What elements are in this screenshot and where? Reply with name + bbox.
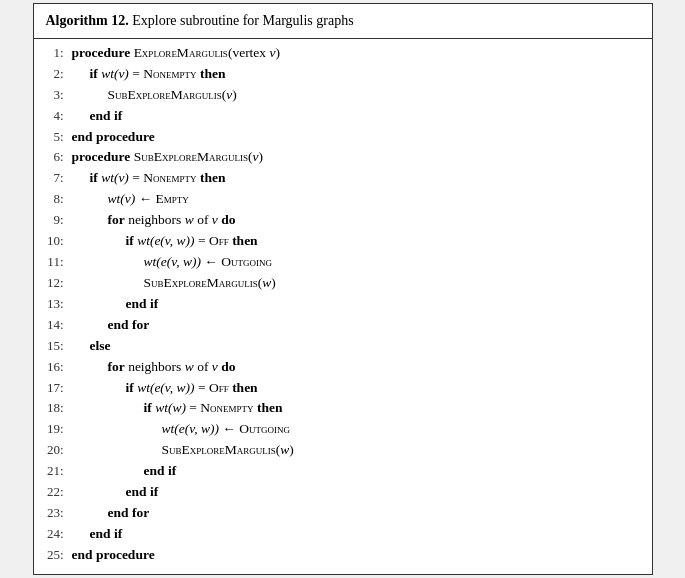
line-number: 20: [44,440,72,460]
algorithm-line: 16:for neighbors w of v do [42,357,644,378]
line-code: SubExploreMargulis(w) [72,440,642,461]
line-number: 23: [44,503,72,523]
line-code: end if [72,461,642,482]
algorithm-line: 21:end if [42,461,644,482]
algorithm-line: 4:end if [42,106,644,127]
line-number: 14: [44,315,72,335]
line-code: end for [72,315,642,336]
line-code: for neighbors w of v do [72,210,642,231]
line-number: 7: [44,168,72,188]
line-number: 5: [44,127,72,147]
algorithm-line: 20:SubExploreMargulis(w) [42,440,644,461]
line-code: SubExploreMargulis(w) [72,273,642,294]
line-number: 3: [44,85,72,105]
line-number: 1: [44,43,72,63]
line-code: else [72,336,642,357]
line-code: end procedure [72,545,642,566]
line-number: 6: [44,147,72,167]
algorithm-line: 25:end procedure [42,545,644,566]
algorithm-line: 22:end if [42,482,644,503]
algorithm-line: 8:wt(v) ← Empty [42,189,644,210]
algorithm-label: Algorithm 12. [46,13,129,28]
line-code: if wt(v) = Nonempty then [72,168,642,189]
line-number: 15: [44,336,72,356]
algorithm-line: 6:procedure SubExploreMargulis(v) [42,147,644,168]
line-code: wt(v) ← Empty [72,189,642,210]
algorithm-line: 15:else [42,336,644,357]
line-code: end for [72,503,642,524]
algorithm-line: 17:if wt(e(v, w)) = Off then [42,378,644,399]
line-code: SubExploreMargulis(v) [72,85,642,106]
algorithm-body: 1:procedure ExploreMargulis(vertex v)2:i… [34,39,652,574]
algorithm-line: 10:if wt(e(v, w)) = Off then [42,231,644,252]
algorithm-line: 5:end procedure [42,127,644,148]
line-number: 9: [44,210,72,230]
algorithm-line: 24:end if [42,524,644,545]
line-number: 2: [44,64,72,84]
line-number: 19: [44,419,72,439]
line-code: wt(e(v, w)) ← Outgoing [72,419,642,440]
line-code: if wt(w) = Nonempty then [72,398,642,419]
line-number: 24: [44,524,72,544]
line-code: end procedure [72,127,642,148]
line-code: end if [72,106,642,127]
line-code: procedure ExploreMargulis(vertex v) [72,43,642,64]
algorithm-line: 2:if wt(v) = Nonempty then [42,64,644,85]
line-number: 11: [44,252,72,272]
line-number: 16: [44,357,72,377]
algorithm-line: 13:end if [42,294,644,315]
line-number: 18: [44,398,72,418]
algorithm-line: 3:SubExploreMargulis(v) [42,85,644,106]
algorithm-title: Explore subroutine for Margulis graphs [132,13,353,28]
line-number: 12: [44,273,72,293]
line-number: 4: [44,106,72,126]
line-code: end if [72,524,642,545]
line-number: 25: [44,545,72,565]
line-code: for neighbors w of v do [72,357,642,378]
algorithm-line: 12:SubExploreMargulis(w) [42,273,644,294]
algorithm-header: Algorithm 12. Explore subroutine for Mar… [34,4,652,39]
line-code: end if [72,482,642,503]
algorithm-line: 9:for neighbors w of v do [42,210,644,231]
line-code: if wt(v) = Nonempty then [72,64,642,85]
line-code: if wt(e(v, w)) = Off then [72,231,642,252]
line-code: wt(e(v, w)) ← Outgoing [72,252,642,273]
line-number: 8: [44,189,72,209]
algorithm-line: 23:end for [42,503,644,524]
algorithm-line: 11:wt(e(v, w)) ← Outgoing [42,252,644,273]
algorithm-box: Algorithm 12. Explore subroutine for Mar… [33,3,653,575]
line-code: procedure SubExploreMargulis(v) [72,147,642,168]
algorithm-line: 18:if wt(w) = Nonempty then [42,398,644,419]
algorithm-line: 19:wt(e(v, w)) ← Outgoing [42,419,644,440]
algorithm-line: 1:procedure ExploreMargulis(vertex v) [42,43,644,64]
line-number: 10: [44,231,72,251]
line-number: 13: [44,294,72,314]
line-number: 17: [44,378,72,398]
line-number: 22: [44,482,72,502]
algorithm-line: 14:end for [42,315,644,336]
algorithm-line: 7:if wt(v) = Nonempty then [42,168,644,189]
line-number: 21: [44,461,72,481]
line-code: if wt(e(v, w)) = Off then [72,378,642,399]
line-code: end if [72,294,642,315]
